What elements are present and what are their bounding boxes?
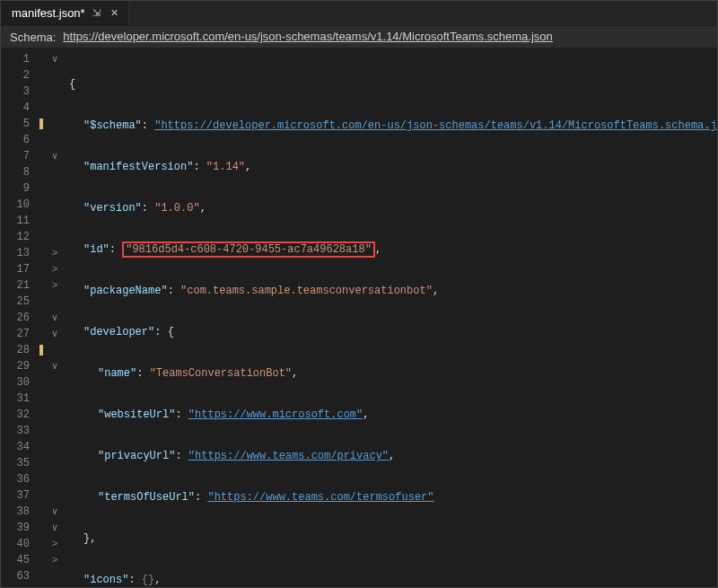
highlight-id: "9816d5d4-c608-4720-9455-ac7a49628a18" [122, 241, 375, 258]
marker-column [37, 48, 46, 587]
privacy-url[interactable]: "https://www.teams.com/privacy" [188, 450, 389, 462]
code-editor[interactable]: 123 456 789 101112 131721 252627 282930 … [1, 48, 717, 587]
tab-bar: manifest.json* ⇲ ✕ [1, 1, 717, 26]
fold-toggle[interactable]: ∨ [46, 310, 64, 326]
fold-toggle[interactable]: > [46, 261, 64, 277]
tab-title: manifest.json* [12, 6, 85, 20]
fold-column: ∨ ∨ > > > ∨ ∨ ∨ ∨ ∨ > > > [46, 48, 64, 587]
line-number-gutter: 123 456 789 101112 131721 252627 282930 … [1, 48, 37, 587]
schema-label: Schema: [10, 31, 56, 44]
fold-toggle[interactable]: ∨ [46, 504, 64, 520]
schema-url-value[interactable]: "https://developer.microsoft.com/en-us/j… [154, 119, 718, 132]
schema-url[interactable]: https://developer.microsoft.com/en-us/js… [63, 30, 553, 44]
collapsed-icons[interactable]: {} [142, 574, 154, 586]
terms-url[interactable]: "https://www.teams.com/termsofuser" [207, 491, 433, 504]
close-icon[interactable]: ✕ [109, 7, 121, 20]
fold-toggle[interactable]: > [46, 245, 64, 261]
change-marker [37, 116, 46, 132]
fold-toggle[interactable]: > [46, 536, 64, 552]
change-marker [37, 342, 46, 358]
code-content[interactable]: { "$schema": "https://developer.microsof… [64, 48, 718, 587]
pin-icon[interactable]: ⇲ [91, 7, 103, 20]
fold-toggle[interactable]: > [46, 552, 64, 568]
tab-manifest-json[interactable]: manifest.json* ⇲ ✕ [1, 1, 129, 25]
schema-bar: Schema: https://developer.microsoft.com/… [1, 26, 717, 48]
website-url[interactable]: "https://www.microsoft.com" [188, 408, 363, 421]
fold-toggle[interactable]: ∨ [46, 358, 64, 374]
fold-toggle[interactable]: ∨ [46, 148, 64, 164]
fold-toggle[interactable]: > [46, 277, 64, 294]
fold-toggle[interactable]: ∨ [46, 326, 64, 342]
brace-open: { [69, 78, 75, 91]
fold-toggle[interactable]: ∨ [46, 51, 64, 67]
fold-toggle[interactable]: ∨ [46, 520, 64, 536]
